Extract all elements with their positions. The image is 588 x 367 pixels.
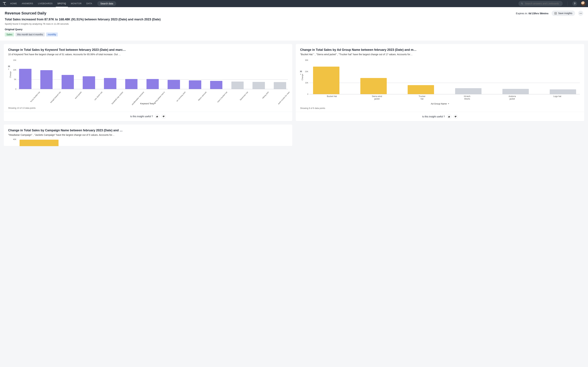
insight-desc: "Headwear Campaign" , "Jackets Campaign"…: [8, 133, 288, 136]
app-logo[interactable]: [2, 1, 7, 6]
nav-home[interactable]: HOME: [10, 2, 17, 5]
feedback-question: Is this insight useful ?: [422, 115, 445, 118]
page-header: Revenue Sourced Daily Expires in: 0d 23h…: [0, 7, 588, 41]
pill-daterange[interactable]: this month last 4 months: [16, 33, 45, 36]
thumbs-down-button[interactable]: [453, 114, 458, 119]
sort-desc-icon[interactable]: [299, 70, 303, 73]
topbar: HOME ANSWERS LIVEBOARDS SPOTIQ MONITOR D…: [0, 0, 588, 7]
user-avatar[interactable]: [581, 1, 586, 6]
x-categories: fuzzy bucket hatkangol bukcet hatwind ja…: [17, 90, 288, 92]
feedback-question: Is this insight useful ?: [130, 115, 153, 118]
page-subtitle: Total Sales increased from 87.97K to 168…: [5, 18, 583, 21]
insight-card-campaign: Change in Total Sales by Campaign Name b…: [4, 125, 292, 146]
search-data-button[interactable]: Search data: [97, 1, 116, 6]
thumbs-down-icon: [454, 116, 457, 118]
thumbs-down-icon: [163, 115, 165, 117]
original-query-label: Original Query: [5, 28, 583, 31]
insights-grid: Change in Total Sales by Keyword Text be…: [0, 41, 588, 153]
nav-liveboards[interactable]: LIVEBOARDS: [38, 2, 52, 5]
help-button[interactable]: ?: [572, 1, 577, 6]
nav-monitor[interactable]: MONITOR: [71, 2, 82, 5]
pill-grain[interactable]: monthly: [46, 33, 58, 36]
insight-desc: "Bucket Hat " , "Sierra wind jacket" , "…: [300, 53, 580, 56]
more-menu-button[interactable]: [578, 11, 583, 16]
thumbs-up-icon: [448, 116, 450, 118]
page-meta: SpotIQ found 3 insights by analyzing 76 …: [5, 23, 583, 25]
feedback-row: Is this insight useful ?: [296, 112, 584, 121]
x-categories-line2: jackethatShortsjacket: [309, 98, 580, 100]
pill-measure[interactable]: Sales: [5, 33, 14, 36]
logo-icon: [2, 1, 7, 6]
save-insights-button[interactable]: Save insights: [552, 10, 575, 16]
thumbs-down-button[interactable]: [162, 114, 166, 119]
y-axis: 30K 20K 10K 0: [303, 60, 309, 94]
sort-desc-icon[interactable]: [8, 65, 10, 68]
plot-area: [17, 139, 288, 146]
query-pills: Sales this month last 4 months monthly: [5, 33, 583, 36]
insight-title: Change in Total Sales by Ad Group Name b…: [300, 48, 580, 52]
thumbs-up-button[interactable]: [155, 114, 159, 119]
chart-campaign[interactable]: 40K: [8, 139, 288, 146]
nav-data[interactable]: DATA: [86, 2, 92, 5]
plot-area: [17, 60, 288, 89]
insight-title: Change in Total Sales by Keyword Text be…: [8, 48, 288, 52]
x-axis-label[interactable]: Ad Group Name: [300, 102, 580, 105]
global-search[interactable]: [519, 1, 563, 6]
global-search-input[interactable]: [525, 2, 560, 5]
nav-spotiq[interactable]: SPOTIQ: [58, 2, 66, 5]
y-axis-label: Change: [9, 71, 11, 78]
y-axis-label: Change: [301, 74, 303, 81]
insight-card-adgroup: Change in Total Sales by Ad Group Name b…: [296, 44, 584, 121]
svg-point-1: [521, 3, 522, 4]
x-categories: Bucket HatSierra windTruckerHi-techAndor…: [309, 95, 580, 98]
chart-adgroup[interactable]: Change 30K 20K 10K 0: [300, 60, 580, 94]
expires-label: Expires in: 0d 23hrs 58mins: [516, 12, 549, 15]
search-icon: [521, 2, 523, 5]
save-icon: [554, 12, 557, 15]
insight-card-keyword: Change in Total Sales by Keyword Text be…: [4, 44, 292, 121]
data-count: Showing 13 of 13 data points: [8, 107, 288, 109]
y-axis: 40K: [12, 139, 17, 146]
topbar-divider: [567, 1, 568, 6]
chevron-down-icon: [448, 103, 449, 104]
y-axis: 15K 10K 5K 0: [12, 60, 17, 89]
chart-keyword[interactable]: Change 15K 10K 5K 0: [8, 60, 288, 89]
thumbs-up-icon: [156, 115, 158, 117]
axis-caret-icon: [300, 74, 301, 75]
axis-caret-icon: [8, 69, 9, 70]
page-title: Revenue Sourced Daily: [5, 11, 46, 16]
main-nav: HOME ANSWERS LIVEBOARDS SPOTIQ MONITOR D…: [10, 2, 92, 5]
insight-desc: 10 of Keyword Text have the largest chan…: [8, 53, 288, 56]
nav-answers[interactable]: ANSWERS: [22, 2, 33, 5]
insight-title: Change in Total Sales by Campaign Name b…: [8, 129, 288, 132]
plot-area: [309, 60, 580, 94]
feedback-row: Is this insight useful ?: [4, 112, 292, 121]
thumbs-up-button[interactable]: [447, 114, 451, 119]
svg-point-0: [5, 5, 6, 5]
data-count: Showing 6 of 6 data points: [300, 107, 580, 109]
